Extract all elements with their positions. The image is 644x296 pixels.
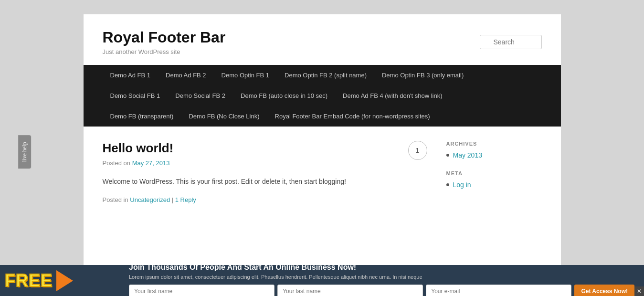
sidebar-archives-section: ARCHIVES May 2013: [446, 141, 542, 159]
nav-item-demo-fb-autoclose[interactable]: Demo FB (auto close in 10 sec): [233, 85, 335, 106]
nav-item-demo-ad-fb4[interactable]: Demo Ad FB 4 (with don't show link): [335, 85, 450, 106]
comment-bubble[interactable]: 1: [408, 141, 427, 160]
content-area: Hello world! Posted on May 27, 2013 1 We…: [84, 127, 561, 218]
search-input[interactable]: [480, 35, 542, 49]
nav-item-demo-ad-fb1[interactable]: Demo Ad FB 1: [103, 65, 158, 85]
post-category[interactable]: Uncategorized: [130, 196, 170, 203]
post-date[interactable]: May 27, 2013: [132, 159, 170, 167]
nav-item-demo-fb-transparent[interactable]: Demo FB (transparent): [103, 106, 181, 127]
free-text: FREE: [5, 271, 53, 282]
sidebar-archives-item-0: May 2013: [446, 151, 542, 159]
post-content: Welcome to WordPress. This is your first…: [103, 176, 427, 187]
footer-free-badge: FREE: [0, 265, 119, 282]
site-header: Royal Footer Bar Just another WordPress …: [84, 14, 561, 65]
sidebar: ARCHIVES May 2013 META Log in: [446, 141, 542, 203]
site-description: Just another WordPress site: [103, 48, 226, 55]
sidebar-archives-title: ARCHIVES: [446, 141, 542, 147]
nav-row-2: Demo Social FB 1 Demo Social FB 2 Demo F…: [103, 85, 542, 106]
post-title: Hello world!: [103, 141, 399, 156]
nav-row-3: Demo FB (transparent) Demo FB (No Close …: [103, 106, 542, 127]
nav-item-demo-optin-fb3[interactable]: Demo Optin FB 3 (only email): [374, 65, 471, 85]
nav-item-demo-ad-fb2[interactable]: Demo Ad FB 2: [158, 65, 214, 85]
site-nav: Demo Ad FB 1 Demo Ad FB 2 Demo Optin FB …: [84, 65, 561, 127]
bullet-icon: [446, 154, 449, 157]
post-footer-separator: |: [172, 196, 175, 203]
post-footer-prefix: Posted in: [103, 196, 128, 203]
sidebar-archives-link-0[interactable]: May 2013: [453, 151, 482, 159]
main-container: Royal Footer Bar Just another WordPress …: [84, 14, 561, 282]
nav-item-royal-footer-embed[interactable]: Royal Footer Bar Embad Code (for non-wor…: [267, 106, 438, 127]
nav-row-1: Demo Ad FB 1 Demo Ad FB 2 Demo Optin FB …: [103, 65, 542, 85]
nav-item-demo-optin-fb1[interactable]: Demo Optin FB 1: [214, 65, 277, 85]
post-reply-link[interactable]: 1 Reply: [175, 196, 196, 203]
footer-headline: Join Thousands Of People And Start An On…: [129, 263, 634, 272]
search-wrapper: 🔍: [480, 35, 542, 49]
footer-subtext: Lorem ipsum dolor sit amet, consectetuer…: [129, 274, 634, 280]
nav-item-demo-social-fb1[interactable]: Demo Social FB 1: [103, 85, 168, 106]
site-branding: Royal Footer Bar Just another WordPress …: [103, 29, 226, 55]
arrow-icon: [56, 270, 73, 282]
bullet-icon: [446, 183, 449, 186]
footer-bar: FREE Join Thousands Of People And Start …: [0, 265, 644, 282]
post-meta-prefix: Posted on: [103, 159, 131, 167]
main-content: Hello world! Posted on May 27, 2013 1 We…: [103, 141, 446, 203]
post-meta: Posted on May 27, 2013: [103, 159, 399, 167]
live-help-tab[interactable]: live help: [18, 136, 31, 169]
nav-item-demo-optin-fb2[interactable]: Demo Optin FB 2 (split name): [277, 65, 374, 85]
nav-item-demo-social-fb2[interactable]: Demo Social FB 2: [168, 85, 233, 106]
sidebar-meta-title: META: [446, 170, 542, 176]
footer-content: Join Thousands Of People And Start An On…: [119, 263, 644, 282]
site-title[interactable]: Royal Footer Bar: [103, 29, 226, 46]
post-info: Hello world! Posted on May 27, 2013: [103, 141, 399, 176]
post-header-row: Hello world! Posted on May 27, 2013 1: [103, 141, 427, 176]
sidebar-login-link[interactable]: Log in: [453, 181, 471, 189]
sidebar-meta-item-0: Log in: [446, 181, 542, 189]
sidebar-meta-section: META Log in: [446, 170, 542, 189]
post-footer: Posted in Uncategorized | 1 Reply: [103, 196, 427, 203]
nav-item-demo-fb-noclose[interactable]: Demo FB (No Close Link): [181, 106, 267, 127]
